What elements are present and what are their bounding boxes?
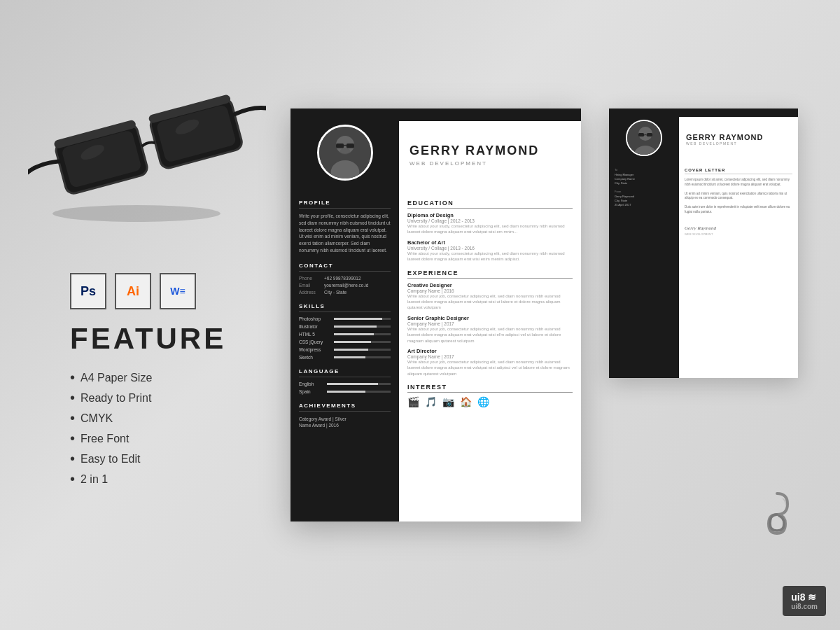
software-icons: Ps Ai W≡: [70, 273, 196, 309]
resume-photo: [317, 125, 373, 181]
header-top-bar: [290, 108, 399, 121]
exp-item-1: Creative Designer Company Name | 2016 Wr…: [407, 282, 573, 311]
education-section: EDUCATION Diploma of Design University /…: [407, 200, 573, 262]
achievement-2: Name Award | 2016: [299, 422, 391, 429]
glasses-decoration: [28, 84, 266, 238]
feature-item-2: Ready to Print: [70, 390, 266, 406]
cover-text-3: Duis aute irure dolor in reprehenderit i…: [685, 205, 792, 215]
achievements-section: ACHIEVEMENTS Category Award | Silver Nam…: [299, 402, 391, 430]
profile-section: PROFILE Write your profile, consectetur …: [299, 200, 391, 254]
lang-spain: Spain: [299, 389, 391, 394]
word-icon: W≡: [160, 273, 196, 309]
watermark: ui8 ≋ ui8.com: [783, 586, 826, 616]
cover-photo: [626, 120, 662, 156]
interest-icons: 🎬 🎵 📷 🏠 🌐: [407, 396, 573, 407]
svg-rect-19: [647, 133, 652, 136]
feature-item-6: 2 in 1: [70, 471, 266, 487]
cover-text-2: Ut enim ad minim veniam, quis nostrud ex…: [685, 192, 792, 202]
resume-body: PROFILE Write your profile, consectetur …: [290, 189, 581, 522]
paperclip-decoration: [756, 490, 798, 546]
skills-heading: SKILLS: [299, 303, 391, 312]
cover-letter-card: GERRY RAYMOND WEB DEVELOPMENT To Hiring …: [609, 108, 798, 378]
feature-item-3: CMYK: [70, 410, 266, 426]
contact-email: Email youremail@here.co.id: [299, 283, 391, 288]
achievements-heading: ACHIEVEMENTS: [299, 402, 391, 412]
interest-icon-4: 🏠: [460, 396, 472, 407]
resume-job-title: WEB DEVELOPMENT: [410, 160, 570, 167]
edu-item-2: Bachelor of Art University / Collage | 2…: [407, 239, 573, 262]
cover-role: WEB DEVELOPMENT: [686, 141, 791, 146]
cover-letter-title: COVER LETTER: [685, 168, 792, 174]
signature: Gerry Raymond: [685, 225, 792, 231]
cover-name: GERRY RAYMOND: [686, 133, 791, 141]
skill-photoshop: Photoshop: [299, 316, 391, 321]
contact-section: CONTACT Phone +62 99878399012 Email your…: [299, 262, 391, 295]
skill-html5: HTML 5: [299, 332, 391, 337]
cover-header: GERRY RAYMOND WEB DEVELOPMENT: [609, 108, 798, 161]
profile-text: Write your profile, consectetur adipisci…: [299, 213, 391, 254]
svg-rect-13: [346, 144, 354, 148]
experience-heading: EXPERIENCE: [407, 270, 573, 279]
cover-header-left: [609, 108, 679, 161]
resume-card: GERRY RAYMOND WEB DEVELOPMENT PROFILE Wr…: [290, 108, 581, 522]
interest-section: INTEREST 🎬 🎵 📷 🏠 🌐: [407, 384, 573, 407]
profile-heading: PROFILE: [299, 200, 391, 209]
experience-section: EXPERIENCE Creative Designer Company Nam…: [407, 270, 573, 377]
illustrator-icon: Ai: [115, 273, 151, 309]
exp-item-2: Senior Graphic Designer Company Name | 2…: [407, 315, 573, 344]
signature-role: WEB DEVELOPMENT: [685, 232, 792, 236]
interest-icon-2: 🎵: [425, 396, 437, 407]
svg-rect-12: [336, 144, 344, 148]
language-heading: LANGUAGE: [299, 368, 391, 377]
contact-heading: CONTACT: [299, 262, 391, 272]
cover-text-1: Lorem ipsum dolor sit amet, consectetur …: [685, 178, 792, 188]
photoshop-icon: Ps: [70, 273, 106, 309]
contact-phone: Phone +62 99878399012: [299, 276, 391, 281]
skill-sketch: Sketch: [299, 355, 391, 360]
skill-wordpress: Wordpress: [299, 347, 391, 352]
contact-address: Address City - State: [299, 290, 391, 295]
resume-sidebar: PROFILE Write your profile, consectetur …: [290, 189, 399, 522]
resume-header-right: GERRY RAYMOND WEB DEVELOPMENT: [399, 108, 581, 189]
feature-item-1: A4 Paper Size: [70, 370, 266, 386]
svg-rect-18: [638, 133, 644, 136]
skill-css: CSS jQuery: [299, 340, 391, 344]
achievement-1: Category Award | Silver: [299, 416, 391, 423]
education-heading: EDUCATION: [407, 200, 573, 209]
cover-sidebar: To Hiring ManagerCompany NameCity, State…: [609, 161, 679, 378]
interest-icon-3: 📷: [442, 396, 454, 407]
svg-point-8: [52, 205, 220, 222]
skills-section: SKILLS Photoshop Illustrator HTML 5 CSS …: [299, 303, 391, 360]
feature-item-5: Easy to Edit: [70, 451, 266, 467]
interest-icon-5: 🌐: [477, 396, 489, 407]
lang-english: English: [299, 382, 391, 386]
feature-list: A4 Paper Size Ready to Print CMYK Free F…: [70, 370, 266, 487]
cover-header-bar: [609, 108, 679, 117]
cover-main: COVER LETTER Lorem ipsum dolor sit amet,…: [679, 161, 798, 378]
feature-title: FEATURE: [70, 322, 266, 356]
cover-body: To Hiring ManagerCompany NameCity, State…: [609, 161, 798, 378]
feature-item-4: Free Font: [70, 430, 266, 447]
edu-item-1: Diploma of Design University / Collage |…: [407, 212, 573, 235]
resume-name: GERRY RAYMOND: [410, 144, 570, 158]
resume-main-content: EDUCATION Diploma of Design University /…: [399, 189, 581, 522]
skill-illustrator: Illustrator: [299, 324, 391, 329]
cover-header-right: GERRY RAYMOND WEB DEVELOPMENT: [679, 108, 798, 161]
interest-icon-1: 🎬: [407, 396, 419, 407]
exp-item-3: Art Director Company Name | 2017 Write a…: [407, 348, 573, 377]
interest-heading: INTEREST: [407, 384, 573, 393]
resume-header-left: [290, 108, 399, 189]
resume-header: GERRY RAYMOND WEB DEVELOPMENT: [290, 108, 581, 189]
feature-section: FEATURE A4 Paper Size Ready to Print CMY…: [70, 322, 266, 491]
language-section: LANGUAGE English Spain: [299, 368, 391, 394]
svg-point-14: [340, 148, 350, 154]
